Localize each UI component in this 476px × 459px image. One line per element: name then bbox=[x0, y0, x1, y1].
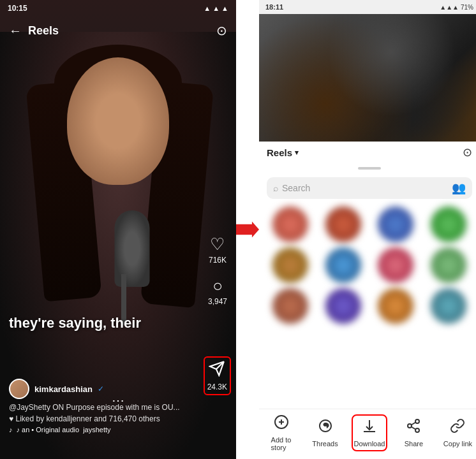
like-action[interactable]: ♡ 716K bbox=[209, 235, 227, 265]
svg-line-10 bbox=[412, 423, 416, 425]
chevron-down-icon: ▾ bbox=[295, 149, 299, 157]
contact-avatar bbox=[378, 288, 413, 324]
download-button[interactable]: Download bbox=[352, 414, 388, 451]
contact-item[interactable] bbox=[372, 207, 420, 242]
search-input[interactable]: Search bbox=[282, 183, 448, 193]
svg-point-6 bbox=[415, 419, 419, 423]
contact-avatar bbox=[325, 247, 361, 283]
threads-button[interactable]: Threads bbox=[308, 418, 343, 448]
bottom-actions: Add tostory Threads bbox=[259, 409, 476, 459]
username[interactable]: kimkardashian bbox=[34, 384, 93, 394]
right-actions: ♡ 716K ○ 3,947 bbox=[208, 235, 227, 306]
copy-link-icon bbox=[450, 418, 465, 437]
right-status-bar: 18:11 ▲▲▲ 71% bbox=[259, 0, 476, 14]
svg-point-7 bbox=[408, 424, 412, 428]
video-preview bbox=[259, 14, 476, 142]
right-time: 18:11 bbox=[265, 3, 283, 11]
handle-bar bbox=[358, 167, 381, 170]
contact-item[interactable] bbox=[320, 247, 368, 283]
contact-item[interactable] bbox=[372, 288, 420, 324]
right-status-icons: ▲▲▲ 71% bbox=[440, 4, 473, 11]
contact-avatar bbox=[431, 247, 466, 283]
share-label: Share bbox=[405, 440, 423, 448]
contacts-grid bbox=[259, 204, 476, 329]
send-action-box[interactable]: 24.3K bbox=[204, 356, 231, 395]
left-status-icons: ▲ ▲ ▲ bbox=[204, 4, 228, 12]
contact-avatar bbox=[272, 247, 308, 283]
add-story-label: Add tostory bbox=[271, 436, 292, 451]
likes-count: 716K bbox=[209, 256, 227, 265]
copy-link-button[interactable]: Copy link bbox=[440, 418, 475, 448]
comments-count: 3,947 bbox=[208, 297, 227, 306]
download-label: Download bbox=[354, 440, 385, 448]
right-nav: Reels ▾ ⊙ bbox=[259, 142, 476, 163]
camera-icon[interactable]: ⊙ bbox=[216, 23, 227, 38]
add-story-icon bbox=[274, 414, 289, 433]
right-arrow bbox=[236, 218, 259, 241]
add-people-icon[interactable]: 👥 bbox=[452, 181, 466, 195]
send-icon bbox=[209, 360, 225, 381]
download-icon bbox=[362, 418, 377, 437]
contact-item[interactable] bbox=[267, 247, 315, 283]
signal-icon: ▲▲▲ bbox=[440, 4, 459, 11]
svg-line-9 bbox=[412, 427, 416, 430]
contact-item[interactable] bbox=[320, 207, 368, 242]
right-camera-icon[interactable]: ⊙ bbox=[463, 145, 472, 159]
send-count: 24.3K bbox=[207, 382, 227, 391]
contact-avatar bbox=[431, 207, 466, 242]
contact-avatar bbox=[431, 288, 466, 324]
contact-avatar bbox=[378, 207, 413, 242]
contact-item[interactable] bbox=[372, 247, 420, 283]
contact-avatar bbox=[272, 288, 308, 324]
sheet-handle bbox=[259, 163, 476, 173]
verified-icon: ✓ bbox=[98, 384, 104, 393]
left-nav: ← Reels ⊙ bbox=[0, 17, 236, 45]
audio-text: ♪ an • Original audio bbox=[17, 426, 80, 433]
comment-icon: ○ bbox=[212, 276, 223, 296]
contact-item[interactable] bbox=[320, 288, 368, 324]
contact-item[interactable] bbox=[267, 207, 315, 242]
left-panel: 10:15 ▲ ▲ ▲ ← Reels ⊙ they're saying, th… bbox=[0, 0, 236, 459]
reels-label: Reels bbox=[267, 147, 292, 158]
threads-label: Threads bbox=[312, 440, 338, 448]
contact-avatar bbox=[378, 247, 413, 283]
add-to-story-button[interactable]: Add tostory bbox=[264, 414, 299, 451]
heart-icon: ♡ bbox=[210, 235, 225, 254]
contact-avatar bbox=[272, 207, 308, 242]
svg-marker-1 bbox=[236, 222, 259, 238]
right-panel: 18:11 ▲▲▲ 71% Reels ▾ ⊙ ⌕ Search 👥 bbox=[259, 0, 476, 459]
contact-item[interactable] bbox=[425, 288, 473, 324]
back-button[interactable]: ← bbox=[9, 24, 22, 38]
nav-title: Reels bbox=[28, 24, 216, 38]
music-icon: ♪ bbox=[9, 426, 13, 433]
more-options-button[interactable]: ⋯ bbox=[112, 393, 124, 408]
share-icon bbox=[406, 418, 421, 437]
search-icon: ⌕ bbox=[273, 183, 278, 193]
user-avatar bbox=[9, 379, 29, 399]
subtitle-text: they're saying, their bbox=[9, 315, 141, 332]
comment-action[interactable]: ○ 3,947 bbox=[208, 276, 227, 306]
contact-avatar bbox=[325, 288, 361, 324]
svg-point-8 bbox=[415, 428, 419, 432]
contact-avatar bbox=[325, 207, 361, 242]
left-status-bar: 10:15 ▲ ▲ ▲ bbox=[0, 0, 236, 17]
contact-item[interactable] bbox=[425, 207, 473, 242]
threads-icon bbox=[318, 418, 333, 437]
left-time: 10:15 bbox=[8, 4, 27, 13]
copy-link-label: Copy link bbox=[443, 440, 472, 448]
right-reels-title: Reels ▾ bbox=[267, 147, 299, 158]
likes-text: ♥ Liked by kendalljenner and 716,470 oth… bbox=[9, 414, 227, 423]
battery-icon: 71% bbox=[461, 4, 473, 11]
contact-item[interactable] bbox=[425, 247, 473, 283]
actions-row: Add tostory Threads bbox=[259, 414, 476, 451]
audio-user: jayshetty bbox=[83, 426, 110, 433]
share-button[interactable]: Share bbox=[396, 418, 431, 448]
audio-row: ♪ ♪ an • Original audio jayshetty bbox=[9, 426, 227, 433]
search-bar[interactable]: ⌕ Search 👥 bbox=[267, 177, 472, 199]
contact-item[interactable] bbox=[267, 288, 315, 324]
